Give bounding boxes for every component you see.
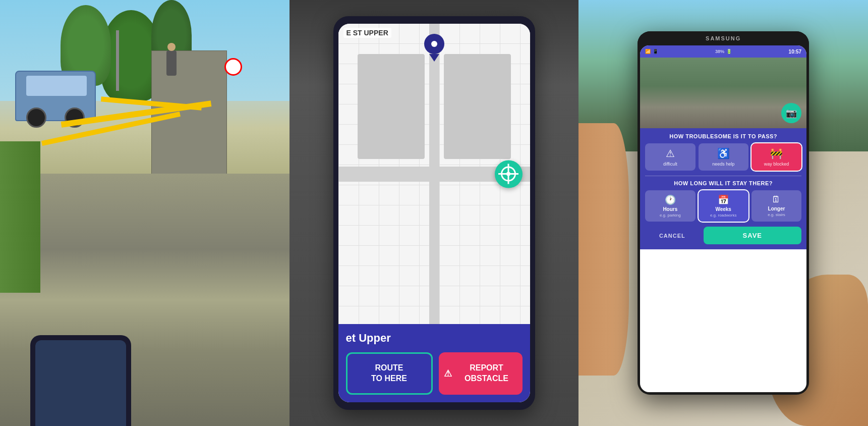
way-blocked-icon: 🚧 [754, 147, 799, 159]
map-block [444, 54, 511, 159]
option-way-blocked[interactable]: 🚧 way blocked [751, 143, 801, 171]
panel-street-photo [0, 0, 290, 426]
car-wheel [26, 108, 46, 128]
map-block [358, 54, 425, 159]
phone-3-screen: 📶 📱 38% 🔋 10:57 📷 [640, 45, 806, 392]
hours-icon: 🕐 [647, 194, 693, 205]
longer-sublabel: e.g. stairs [754, 212, 799, 217]
status-icons: 📶 📱 [645, 49, 658, 54]
camera-button[interactable]: 📷 [781, 103, 801, 123]
difficult-icon: ⚠ [647, 147, 693, 159]
duration-hours[interactable]: 🕐 Hours e.g. parking [645, 190, 695, 222]
panel-map-app: E ST UPPER [290, 0, 579, 426]
battery-icon: 🔋 [726, 49, 732, 54]
phone-in-hand: E ST UPPER [290, 0, 579, 426]
map-road-vertical [429, 24, 439, 324]
difficult-label: difficult [647, 162, 693, 167]
duration-longer[interactable]: 🗓 Longer e.g. stairs [751, 190, 801, 222]
camera-icon: 📷 [786, 108, 797, 119]
hours-sublabel: e.g. parking [647, 213, 693, 218]
location-button[interactable] [495, 160, 523, 188]
warning-icon: ⚠ [444, 368, 452, 380]
longer-icon: 🗓 [754, 194, 799, 205]
duration-weeks[interactable]: 📅 Weeks e.g. roadworks [699, 190, 748, 222]
form-actions: CANCEL SAVE [645, 227, 801, 244]
divider [645, 176, 801, 176]
samsung-top-bar: SAMSUNG [638, 31, 809, 45]
troublesome-options: ⚠ difficult ♿ needs help 🚧 way blocked [645, 143, 801, 171]
grass-strip [0, 141, 40, 293]
save-button[interactable]: SAVE [704, 227, 802, 244]
map-view[interactable]: E ST UPPER [338, 24, 530, 324]
hours-label: Hours [647, 206, 693, 212]
samsung-brand-label: SAMSUNG [706, 35, 741, 41]
phone-bottom-left [30, 335, 131, 426]
phone-device-2: E ST UPPER [333, 16, 535, 410]
obstacle-form: HOW TROUBLESOME IS IT TO PASS? ⚠ difficu… [640, 128, 806, 249]
location-icon [501, 167, 516, 182]
hand-left [578, 123, 629, 376]
pedestrian [166, 50, 177, 76]
street-label: E ST UPPER [343, 28, 391, 38]
street-scene [0, 0, 290, 426]
phone-screen [35, 340, 126, 426]
photo-preview-area: 📷 [640, 58, 806, 128]
option-difficult[interactable]: ⚠ difficult [645, 143, 695, 171]
hand-holding-phone: SAMSUNG 📶 📱 38% 🔋 10:57 [578, 0, 868, 426]
pin-circle [424, 34, 444, 54]
status-battery: 38% 🔋 [715, 49, 732, 54]
panel-obstacle-form: SAMSUNG 📶 📱 38% 🔋 10:57 [578, 0, 868, 426]
phone-device-3: SAMSUNG 📶 📱 38% 🔋 10:57 [638, 31, 809, 395]
person-head [167, 43, 176, 51]
crosshair-v [508, 164, 509, 184]
route-to-here-button[interactable]: ROUTE TO HERE [346, 352, 433, 395]
question-duration: HOW LONG WILL IT STAY THERE? [645, 180, 801, 186]
question-troublesome: HOW TROUBLESOME IS IT TO PASS? [645, 133, 801, 139]
report-obstacle-button[interactable]: ⚠ REPORT OBSTACLE [439, 352, 523, 395]
phone-screen-2: E ST UPPER [338, 24, 530, 402]
parked-car [15, 71, 96, 121]
way-blocked-label: way blocked [754, 162, 799, 167]
needs-help-icon: ♿ [701, 147, 746, 159]
location-name: et Upper [346, 332, 523, 345]
status-bar: 📶 📱 38% 🔋 10:57 [640, 45, 806, 58]
duration-options: 🕐 Hours e.g. parking 📅 Weeks e.g. roadwo… [645, 190, 801, 222]
option-needs-help[interactable]: ♿ needs help [699, 143, 748, 171]
car-window [26, 76, 87, 96]
cancel-button[interactable]: CANCEL [645, 228, 699, 244]
weeks-label: Weeks [701, 206, 746, 212]
needs-help-label: needs help [701, 162, 746, 167]
road-sign [224, 58, 242, 76]
phone-bottom-panel: et Upper ROUTE TO HERE ⚠ REPORT OBSTACLE [338, 324, 530, 402]
status-time: 10:57 [789, 49, 802, 55]
wifi-icon: 📶 [645, 49, 651, 54]
weeks-sublabel: e.g. roadworks [701, 213, 746, 218]
map-pin [424, 34, 444, 59]
longer-label: Longer [754, 206, 799, 211]
action-buttons: ROUTE TO HERE ⚠ REPORT OBSTACLE [346, 352, 523, 395]
weeks-icon: 📅 [701, 194, 746, 205]
signal-icon: 📱 [653, 49, 658, 54]
pin-point [429, 54, 439, 62]
sign-post [116, 30, 119, 91]
